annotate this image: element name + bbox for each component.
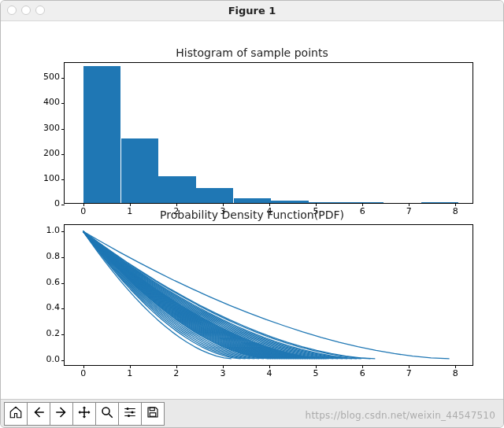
- x-tick-label: 2: [173, 368, 179, 378]
- histogram-bar: [121, 138, 158, 203]
- save-button[interactable]: [141, 402, 165, 426]
- move-icon: [77, 405, 91, 422]
- histogram-bar: [196, 188, 234, 203]
- svg-point-0: [102, 408, 109, 415]
- y-tick-label: 0.2: [46, 328, 65, 338]
- x-tick-label: 3: [220, 368, 225, 378]
- svg-rect-5: [150, 412, 156, 416]
- figure-window: Figure 1 Histogram of sample points 0100…: [0, 0, 504, 428]
- config-button[interactable]: [118, 402, 142, 426]
- sliders-icon: [123, 405, 137, 422]
- home-button[interactable]: [4, 402, 28, 426]
- close-icon[interactable]: [7, 6, 17, 15]
- arrow-left-icon: [32, 405, 46, 422]
- pdf-plot: [65, 225, 472, 365]
- save-icon: [146, 405, 160, 422]
- axes-pdf: 0.00.20.40.60.81.0012345678: [64, 224, 473, 366]
- histogram-bar: [234, 198, 271, 203]
- chart-title-2: Probability Density Function(PDF): [1, 208, 503, 221]
- histogram-bar: [346, 202, 384, 203]
- titlebar: Figure 1: [1, 1, 503, 21]
- y-tick-label: 500: [43, 72, 65, 82]
- pan-button[interactable]: [72, 402, 96, 426]
- forward-button[interactable]: [50, 402, 73, 426]
- x-tick-label: 8: [453, 368, 458, 378]
- x-tick-label: 5: [313, 368, 319, 378]
- arrow-right-icon: [54, 405, 69, 422]
- y-tick-label: 0.4: [46, 302, 65, 312]
- watermark-text: https://blog.csdn.net/weixin_44547510: [306, 410, 495, 421]
- x-tick-label: 4: [267, 368, 272, 378]
- histogram-plot: [65, 63, 472, 203]
- figure-canvas: Histogram of sample points 0100200300400…: [1, 21, 503, 399]
- x-tick-label: 0: [80, 368, 86, 378]
- x-tick-label: 7: [406, 368, 412, 378]
- svg-point-2: [132, 411, 134, 413]
- y-tick-label: 400: [43, 97, 65, 107]
- y-tick-label: 100: [43, 172, 65, 183]
- zoom-button[interactable]: [95, 402, 119, 426]
- y-tick-label: 0.6: [46, 276, 65, 286]
- histogram-bar: [421, 202, 458, 203]
- axes-histogram: 0100200300400500012345678: [64, 62, 473, 204]
- window-controls: [7, 6, 45, 15]
- x-tick-label: 6: [360, 368, 365, 378]
- y-tick-label: 0: [54, 198, 65, 208]
- chart-title-1: Histogram of sample points: [1, 46, 503, 59]
- y-tick-label: 0.0: [46, 353, 65, 363]
- toolbar: https://blog.csdn.net/weixin_44547510: [1, 399, 503, 427]
- y-tick-label: 0.8: [46, 250, 65, 260]
- back-button[interactable]: [27, 402, 50, 426]
- y-tick-label: 1.0: [46, 225, 65, 235]
- x-tick-label: 1: [127, 368, 132, 378]
- histogram-bar: [309, 202, 346, 203]
- histogram-bar: [158, 176, 196, 203]
- pdf-line: [83, 231, 317, 359]
- svg-rect-4: [150, 408, 154, 411]
- window-title: Figure 1: [1, 5, 503, 17]
- histogram-bar: [271, 201, 309, 203]
- svg-point-3: [128, 415, 130, 417]
- pdf-line: [83, 231, 324, 359]
- svg-point-1: [127, 408, 129, 410]
- minimize-icon[interactable]: [21, 6, 31, 15]
- histogram-bar: [83, 66, 121, 203]
- y-tick-label: 300: [43, 122, 65, 132]
- y-tick-label: 200: [43, 147, 65, 157]
- home-icon: [9, 405, 23, 422]
- zoom-icon: [100, 405, 114, 422]
- maximize-icon[interactable]: [35, 6, 45, 15]
